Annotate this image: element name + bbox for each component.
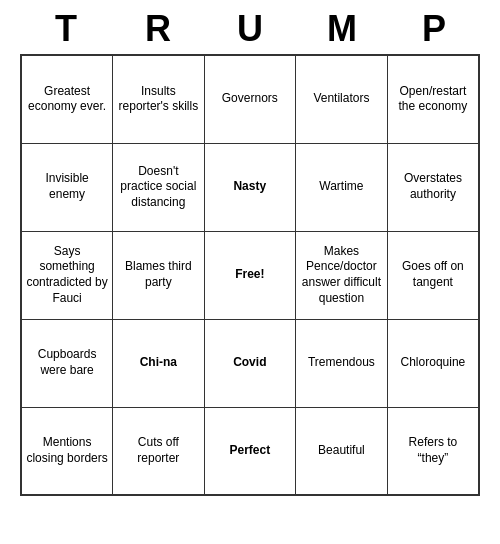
title-letter: U [210,8,290,50]
cell-2-2[interactable]: Free! [204,231,295,319]
title-letter: T [26,8,106,50]
title-letter: M [302,8,382,50]
title-letter: R [118,8,198,50]
cell-3-4[interactable]: Chloroquine [387,319,479,407]
cell-0-0[interactable]: Greatest economy ever. [21,55,113,143]
cell-4-3[interactable]: Beautiful [296,407,388,495]
cell-1-3[interactable]: Wartime [296,143,388,231]
cell-3-1[interactable]: Chi-na [113,319,204,407]
cell-1-4[interactable]: Overstates authority [387,143,479,231]
cell-3-0[interactable]: Cupboards were bare [21,319,113,407]
cell-3-3[interactable]: Tremendous [296,319,388,407]
cell-2-3[interactable]: Makes Pence/doctor answer difficult ques… [296,231,388,319]
bingo-grid: Greatest economy ever.Insults reporter's… [20,54,480,496]
cell-2-0[interactable]: Says something contradicted by Fauci [21,231,113,319]
cell-0-1[interactable]: Insults reporter's skills [113,55,204,143]
cell-4-0[interactable]: Mentions closing borders [21,407,113,495]
cell-4-2[interactable]: Perfect [204,407,295,495]
bingo-title: TRUMP [20,0,480,54]
title-letter: P [394,8,474,50]
cell-0-3[interactable]: Ventilators [296,55,388,143]
cell-4-1[interactable]: Cuts off reporter [113,407,204,495]
cell-1-1[interactable]: Doesn't practice social distancing [113,143,204,231]
cell-1-2[interactable]: Nasty [204,143,295,231]
cell-4-4[interactable]: Refers to “they” [387,407,479,495]
cell-0-4[interactable]: Open/restart the economy [387,55,479,143]
cell-2-1[interactable]: Blames third party [113,231,204,319]
cell-2-4[interactable]: Goes off on tangent [387,231,479,319]
cell-1-0[interactable]: Invisible enemy [21,143,113,231]
cell-3-2[interactable]: Covid [204,319,295,407]
cell-0-2[interactable]: Governors [204,55,295,143]
